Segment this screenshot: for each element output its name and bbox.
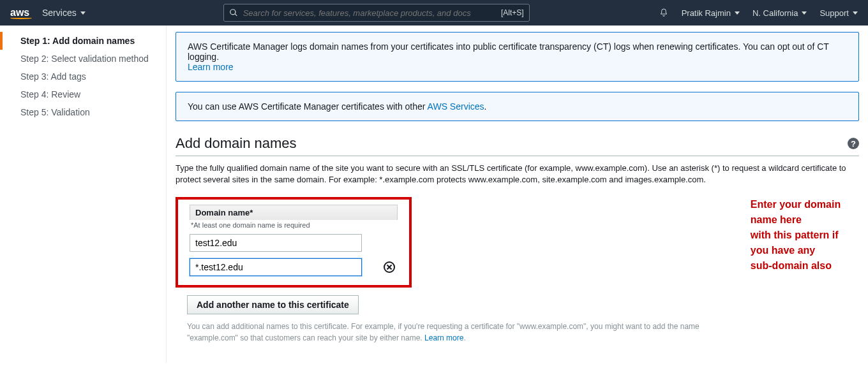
services-label: Services bbox=[42, 8, 77, 18]
sidebar-step-4[interactable]: Step 4: Review bbox=[0, 85, 166, 103]
caret-down-icon bbox=[853, 11, 858, 15]
main-content: AWS Certificate Manager logs domain name… bbox=[166, 26, 868, 363]
ct-learn-more-link[interactable]: Learn more bbox=[188, 62, 234, 72]
aws-services-text-after: . bbox=[484, 101, 487, 112]
services-menu[interactable]: Services bbox=[42, 8, 86, 18]
callout-line-2: with this pattern if you have any bbox=[751, 230, 839, 256]
section-description: Type the fully qualified domain name of … bbox=[176, 163, 859, 186]
divider bbox=[176, 156, 859, 156]
callout-line-3: sub-domain also bbox=[751, 260, 832, 271]
search-box[interactable]: [Alt+S] bbox=[223, 4, 530, 22]
bell-icon[interactable] bbox=[659, 8, 669, 18]
add-domain-learn-more-link[interactable]: Learn more bbox=[424, 333, 463, 342]
annotation-callout: Enter your domain name here with this pa… bbox=[751, 197, 859, 274]
sidebar-step-1[interactable]: Step 1: Add domain names bbox=[0, 32, 166, 50]
user-menu[interactable]: Pratik Rajmin bbox=[682, 8, 740, 18]
caret-down-icon bbox=[80, 11, 86, 15]
callout-line-1: Enter your domain name here bbox=[751, 199, 841, 225]
wizard-sidebar: Step 1: Add domain names Step 2: Select … bbox=[0, 26, 166, 363]
aws-services-link[interactable]: AWS Services bbox=[428, 101, 484, 112]
domain-input-2[interactable] bbox=[190, 258, 362, 276]
required-note: *At least one domain name is required bbox=[190, 220, 398, 234]
search-input[interactable] bbox=[243, 8, 501, 18]
sidebar-step-5[interactable]: Step 5: Validation bbox=[0, 103, 166, 121]
add-domain-note: You can add additional names to this cer… bbox=[187, 321, 738, 344]
sidebar-step-2[interactable]: Step 2: Select validation method bbox=[0, 50, 166, 68]
aws-services-text-before: You can use AWS Certificate Manager cert… bbox=[188, 101, 428, 112]
aws-services-info: You can use AWS Certificate Manager cert… bbox=[176, 92, 859, 121]
highlight-box: Domain name* *At least one domain name i… bbox=[176, 197, 412, 288]
region-name: N. California bbox=[752, 8, 798, 18]
support-menu[interactable]: Support bbox=[819, 8, 858, 18]
caret-down-icon bbox=[802, 11, 807, 15]
sidebar-step-3[interactable]: Step 3: Add tags bbox=[0, 68, 166, 85]
add-domain-button[interactable]: Add another name to this certificate bbox=[187, 295, 359, 314]
ct-logging-text: AWS Certificate Manager logs domain name… bbox=[188, 41, 829, 62]
top-navbar: aws Services [Alt+S] Pratik Rajmin N. Ca… bbox=[0, 0, 868, 26]
top-right-nav: Pratik Rajmin N. California Support bbox=[659, 8, 858, 18]
domain-input-1[interactable] bbox=[190, 234, 362, 252]
help-icon[interactable]: ? bbox=[848, 138, 859, 149]
search-shortcut: [Alt+S] bbox=[501, 8, 524, 17]
domain-name-header: Domain name* bbox=[190, 205, 398, 220]
section-title: Add domain names bbox=[176, 135, 297, 152]
section-header: Add domain names ? bbox=[176, 135, 859, 156]
caret-down-icon bbox=[735, 11, 740, 15]
aws-logo-text: aws bbox=[10, 7, 29, 18]
support-label: Support bbox=[819, 8, 849, 18]
search-icon bbox=[229, 8, 238, 17]
ct-logging-info: AWS Certificate Manager logs domain name… bbox=[176, 32, 859, 82]
remove-domain-icon[interactable] bbox=[384, 261, 395, 273]
region-menu[interactable]: N. California bbox=[752, 8, 807, 18]
aws-logo[interactable]: aws bbox=[10, 7, 32, 19]
user-name: Pratik Rajmin bbox=[682, 8, 731, 18]
